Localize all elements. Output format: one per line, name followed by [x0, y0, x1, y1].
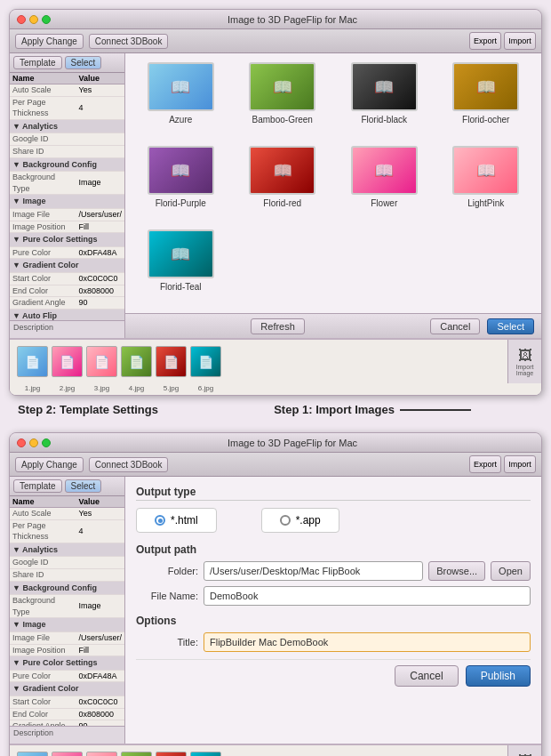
setting-name: Per Page Thickness [10, 519, 76, 543]
bottom-window-body: Template Select Name Value Auto Scale [10, 477, 541, 744]
folder-input[interactable] [204, 561, 423, 581]
top-app-window: Image to 3D PageFlip for Mac Apply Chang… [9, 9, 542, 396]
thumbnail-item[interactable]: 📄 [190, 346, 221, 377]
thumbnail-label: 1.jpg [17, 384, 48, 392]
top-titlebar: Image to 3D PageFlip for Mac [10, 10, 541, 29]
thumbnail-item[interactable]: 📄 [156, 346, 187, 377]
setting-name: Pure Color [10, 670, 76, 682]
output-panel: Output type *.html *.app Output path [125, 477, 541, 744]
bottom-template-tab[interactable]: Template [13, 479, 62, 493]
bottom-select-tab[interactable]: Select [65, 479, 102, 493]
section-header: ▼ Gradient Color [10, 259, 124, 273]
section-header: ▼ Pure Color Settings [10, 233, 124, 247]
gallery-item[interactable]: 📖 Azure [134, 62, 228, 137]
setting-name: Start Color [10, 696, 76, 708]
setting-value [76, 568, 124, 581]
gallery-label: LightPink [467, 198, 504, 208]
bottom-connect-button[interactable]: Connect 3DBook [89, 457, 169, 472]
gallery-label: Flower [371, 198, 397, 208]
thumbnail-item[interactable]: 📄 [17, 752, 48, 756]
gallery-item[interactable]: 📖 Florid-red [236, 146, 330, 221]
publish-button[interactable]: Publish [466, 665, 531, 687]
cancel-button[interactable]: Cancel [395, 665, 458, 687]
html-option[interactable]: *.html [136, 508, 217, 533]
gallery-thumb: 📖 [148, 146, 214, 195]
thumbnail-bar: 📄📄📄📄📄📄 🖼 Import Image [10, 339, 541, 383]
gallery-thumb: 📖 [452, 146, 519, 195]
close-button[interactable] [17, 15, 26, 24]
export-button[interactable]: Export [469, 32, 501, 50]
thumbnail-item[interactable]: 📄 [156, 752, 187, 756]
gallery-item[interactable]: 📖 LightPink [440, 146, 533, 221]
bottom-import-image-button[interactable]: 🖼 Import Image [507, 745, 541, 756]
gallery-label: Azure [169, 115, 192, 125]
thumbnail-item[interactable]: 📄 [52, 752, 83, 756]
setting-value [76, 145, 124, 157]
setting-name: Pure Color [10, 246, 76, 259]
minimize-button[interactable] [29, 15, 38, 24]
gallery-label: Florid-ocher [462, 115, 509, 125]
step1-label: Step 1: Import Images [274, 403, 395, 416]
bottom-apply-change-button[interactable]: Apply Change [15, 457, 84, 472]
gallery-label: Florid-Purple [156, 198, 206, 208]
maximize-button[interactable] [42, 15, 51, 24]
bottom-export-button[interactable]: Export [469, 455, 501, 473]
select-tab[interactable]: Select [65, 56, 102, 69]
gallery-item[interactable]: 📖 Florid-black [338, 62, 431, 137]
output-type-title: Output type [136, 486, 531, 501]
setting-value: 0x808000 [76, 708, 124, 720]
connect-button[interactable]: Connect 3DBook [89, 34, 169, 49]
bottom-maximize-button[interactable] [42, 438, 51, 447]
template-tab[interactable]: Template [13, 56, 62, 69]
gallery-panel: 📖 Azure 📖 Bamboo-Green 📖 Florid-black 📖 … [125, 53, 541, 338]
setting-value: 0xC0C0C0 [76, 696, 124, 708]
import-image-button[interactable]: 🖼 Import Image [507, 340, 541, 383]
options-title: Options [136, 615, 531, 627]
thumbnail-item[interactable]: 📄 [52, 346, 83, 377]
value-col-header: Value [76, 73, 124, 84]
app-radio[interactable] [280, 515, 291, 526]
gallery-thumb: 📖 [148, 229, 214, 278]
gallery-item[interactable]: 📖 Flower [338, 146, 431, 221]
gallery-bottom-bar: Refresh Cancel Select [125, 313, 541, 338]
bottom-name-col-header: Name [10, 496, 76, 508]
gallery-cancel-button[interactable]: Cancel [430, 318, 480, 334]
app-option[interactable]: *.app [261, 508, 339, 533]
bottom-minimize-button[interactable] [29, 438, 38, 447]
folder-row: Folder: Browse... Open [136, 561, 531, 581]
thumbnail-item[interactable]: 📄 [86, 752, 117, 756]
setting-value: 0xDFA48A [76, 670, 124, 682]
bottom-panel-sub-toolbar: Template Select [10, 477, 124, 496]
setting-name: Google ID [10, 557, 76, 569]
browse-button[interactable]: Browse... [428, 561, 485, 581]
thumbnail-item[interactable]: 📄 [121, 752, 152, 756]
section-header: ▼ Analytics [10, 119, 124, 133]
thumbnail-label: 5.jpg [156, 384, 187, 392]
description-label: Description [10, 320, 124, 338]
bottom-settings-table: Name Value Auto Scale Yes Per Page Thick… [10, 496, 124, 726]
gallery-select-button[interactable]: Select [487, 318, 534, 334]
bottom-import-button[interactable]: Import [504, 455, 536, 473]
thumbnail-item[interactable]: 📄 [86, 346, 117, 377]
title-input[interactable] [204, 632, 531, 652]
thumbnail-item[interactable]: 📄 [190, 752, 221, 756]
bottom-close-button[interactable] [17, 438, 26, 447]
setting-value [76, 133, 124, 146]
open-button[interactable]: Open [491, 561, 531, 581]
refresh-button[interactable]: Refresh [251, 318, 305, 334]
import-button[interactable]: Import [504, 32, 536, 50]
gallery-item[interactable]: 📖 Florid-ocher [440, 62, 533, 137]
gallery-item[interactable]: 📖 Florid-Teal [134, 229, 228, 304]
gallery-item[interactable]: 📖 Bamboo-Green [236, 62, 330, 137]
apply-change-button[interactable]: Apply Change [15, 34, 84, 49]
setting-name: Background Type [10, 595, 76, 618]
section-header: ▼ Background Config [10, 581, 124, 595]
thumbnail-item[interactable]: 📄 [121, 346, 152, 377]
thumbnail-item[interactable]: 📄 [17, 346, 48, 377]
gallery-item[interactable]: 📖 Florid-Purple [134, 146, 228, 221]
folder-label: Folder: [136, 566, 198, 576]
filename-input[interactable] [204, 586, 531, 606]
html-radio[interactable] [155, 515, 165, 526]
setting-name: Per Page Thickness [10, 96, 76, 119]
left-panel: Template Select Name Value Auto Scale [10, 53, 125, 338]
